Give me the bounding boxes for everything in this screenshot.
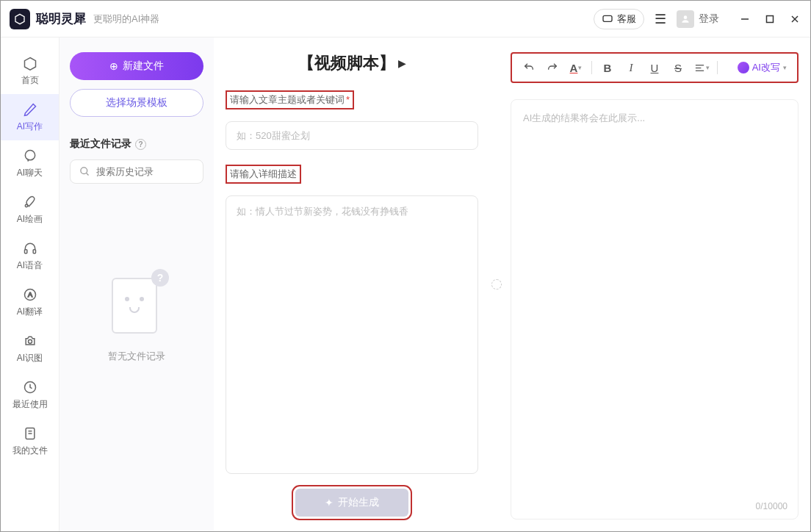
output-area[interactable]: AI生成的结果将会在此展示... 0/10000 — [511, 99, 799, 520]
customer-service-label: 客服 — [617, 12, 636, 26]
file-panel: ⊕ 新建文件 选择场景模板 最近文件记录 ? ? 暂无文件记录 — [60, 37, 214, 531]
generate-button[interactable]: ✦ 开始生成 — [295, 489, 408, 517]
svg-point-8 — [25, 151, 35, 160]
search-icon — [79, 166, 90, 177]
nav-ai-draw[interactable]: AI绘画 — [1, 187, 59, 233]
input-panel: 【视频脚本】 ▶ 请输入文章主题或者关键词* 请输入详细描述 ✦ 开始生成 — [214, 37, 490, 531]
nav-ai-chat[interactable]: AI聊天 — [1, 140, 59, 187]
nav-ai-voice[interactable]: AI语音 — [1, 233, 59, 279]
minimize-icon[interactable] — [738, 12, 751, 26]
drag-dots-icon — [491, 279, 502, 290]
app-tagline: 更聪明的AI神器 — [93, 12, 159, 26]
ai-rewrite-icon — [738, 62, 749, 73]
svg-point-19 — [81, 168, 87, 174]
nav-ai-translate[interactable]: A AI翻译 — [1, 279, 59, 326]
headphones-icon — [22, 240, 38, 256]
ai-rewrite-label: AI改写 — [752, 61, 780, 74]
titlebar: 聪明灵犀 更聪明的AI神器 客服 ☰ 登录 — [1, 1, 810, 37]
topic-label: 请输入文章主题或者关键词* — [226, 90, 354, 109]
nav-ai-image-rec[interactable]: AI识图 — [1, 326, 59, 372]
svg-marker-0 — [15, 14, 24, 24]
panel-drag-handle[interactable] — [490, 37, 503, 531]
svg-marker-7 — [24, 58, 35, 71]
nav-label: AI写作 — [17, 121, 43, 133]
strikethrough-button[interactable]: S — [667, 57, 689, 79]
app-logo-icon — [10, 9, 30, 29]
nav-ai-writing[interactable]: AI写作 — [1, 94, 59, 140]
nav-label: 最近使用 — [12, 398, 48, 411]
svg-text:A: A — [27, 291, 32, 298]
italic-button[interactable]: I — [620, 57, 642, 79]
detail-textarea[interactable] — [226, 195, 478, 474]
new-file-button[interactable]: ⊕ 新建文件 — [70, 52, 203, 80]
avatar-icon — [677, 10, 694, 28]
translate-icon: A — [22, 287, 38, 303]
menu-icon[interactable]: ☰ — [655, 11, 666, 27]
svg-rect-10 — [24, 250, 26, 254]
camera-icon — [22, 333, 38, 349]
redo-button[interactable] — [541, 57, 563, 79]
help-icon[interactable]: ? — [135, 139, 146, 150]
close-icon[interactable] — [788, 12, 801, 26]
nav-label: AI识图 — [17, 352, 43, 364]
nav-home[interactable]: 首页 — [1, 48, 59, 94]
app-name: 聪明灵犀 — [36, 10, 86, 27]
underline-button[interactable]: U — [644, 57, 666, 79]
search-box[interactable] — [70, 159, 203, 184]
nav-label: 首页 — [21, 74, 39, 87]
empty-state: ? 暂无文件记录 — [70, 272, 203, 363]
empty-illustration-icon: ? — [107, 272, 166, 338]
recent-files-heading: 最近文件记录 ? — [70, 137, 203, 151]
ai-rewrite-button[interactable]: AI改写 ▾ — [733, 58, 791, 77]
file-icon — [22, 425, 38, 442]
bold-button[interactable]: B — [596, 57, 619, 79]
svg-point-9 — [25, 204, 27, 206]
svg-rect-11 — [33, 250, 35, 254]
font-color-button[interactable]: A▾ — [565, 57, 587, 79]
clock-icon — [22, 379, 38, 395]
search-input[interactable] — [96, 166, 194, 177]
customer-service-button[interactable]: 客服 — [594, 9, 644, 29]
output-panel: A▾ B I U S ▾ AI改写 ▾ AI生成的结果将会在此展示... 0/1… — [503, 37, 810, 531]
generate-label: 开始生成 — [338, 496, 379, 509]
output-placeholder: AI生成的结果将会在此展示... — [523, 112, 645, 123]
svg-point-2 — [684, 15, 688, 19]
nav-my-files[interactable]: 我的文件 — [1, 418, 59, 464]
empty-text: 暂无文件记录 — [108, 350, 165, 363]
maximize-icon[interactable] — [763, 12, 776, 26]
plus-icon: ⊕ — [109, 60, 118, 72]
new-file-label: 新建文件 — [123, 60, 164, 73]
chevron-down-icon: ▾ — [783, 64, 787, 71]
detail-label: 请输入详细描述 — [226, 165, 301, 184]
svg-rect-4 — [767, 15, 774, 22]
login-button[interactable]: 登录 — [677, 10, 719, 28]
nav-label: 我的文件 — [12, 445, 48, 457]
char-count: 0/10000 — [756, 501, 787, 511]
pen-icon — [22, 101, 38, 118]
topic-input[interactable] — [226, 121, 478, 150]
svg-line-20 — [86, 173, 88, 175]
nav-label: AI聊天 — [17, 167, 43, 179]
brush-icon — [22, 194, 38, 210]
nav-label: AI翻译 — [17, 306, 43, 318]
play-icon[interactable]: ▶ — [398, 57, 406, 69]
undo-button[interactable] — [518, 57, 540, 79]
sparkle-icon: ✦ — [325, 497, 334, 508]
nav-recent[interactable]: 最近使用 — [1, 372, 59, 418]
chat-icon — [22, 148, 38, 164]
login-label: 登录 — [699, 12, 719, 26]
nav-label: AI语音 — [17, 259, 43, 272]
align-button[interactable]: ▾ — [691, 57, 713, 79]
home-icon — [22, 55, 38, 71]
nav-label: AI绘画 — [17, 213, 43, 226]
svg-point-14 — [28, 339, 32, 343]
sidebar: 首页 AI写作 AI聊天 AI绘画 AI语音 A AI翻译 AI识图 最近使用 — [1, 37, 60, 531]
section-title: 【视频脚本】 — [298, 52, 395, 74]
editor-toolbar: A▾ B I U S ▾ AI改写 ▾ — [511, 52, 799, 83]
choose-template-button[interactable]: 选择场景模板 — [70, 89, 203, 117]
